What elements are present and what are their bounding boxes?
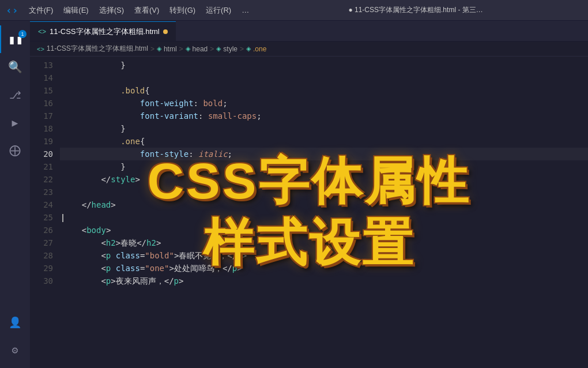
activity-bar: ▮▮ 1 🔍 ⎇ ▶ ⨁ 👤 ⚙	[0, 21, 30, 368]
breadcrumb-sep-3: >	[210, 45, 214, 53]
code-line-21: }	[60, 160, 588, 173]
breadcrumb-head-label: head	[193, 45, 208, 53]
breadcrumb-sep-1: >	[150, 45, 154, 53]
line-numbers: 13 14 15 16 17 18 19 20 21 22 23 24 25 2…	[30, 57, 60, 368]
breadcrumb-html-label: html	[164, 45, 177, 53]
run-icon: ▶	[12, 117, 18, 129]
titlebar-title: ● 11-CSS字体属性之字体粗细.html - 第三…	[249, 5, 582, 15]
menu-select[interactable]: 选择(S)	[99, 5, 124, 16]
code-line-24: </head>	[60, 198, 588, 211]
code-line-27: <h2>春晓</h2>	[60, 236, 588, 249]
breadcrumb-file[interactable]: <> 11-CSS字体属性之字体粗细.html	[37, 44, 148, 54]
tab-bar: <> 11-CSS字体属性之字体粗细.html	[30, 21, 588, 42]
activity-extensions[interactable]: ⨁	[0, 136, 30, 164]
settings-icon: ⚙	[12, 344, 18, 356]
code-editor[interactable]: 13 14 15 16 17 18 19 20 21 22 23 24 25 2…	[30, 57, 588, 368]
menu-run[interactable]: 运行(R)	[206, 5, 231, 16]
menu-more[interactable]: …	[242, 6, 249, 14]
code-line-15: .bold{	[60, 84, 588, 97]
breadcrumb-style[interactable]: ◈ style	[216, 45, 238, 53]
tab-filename: 11-CSS字体属性之字体粗细.html	[50, 27, 160, 37]
breadcrumb-sep-2: >	[179, 45, 183, 53]
code-line-25	[60, 211, 588, 224]
breadcrumb-one[interactable]: ◈ .one	[246, 45, 266, 53]
vscode-icon: ‹›	[6, 4, 18, 16]
breadcrumb-head-icon: ◈	[186, 45, 190, 52]
menu-file[interactable]: 文件(F)	[29, 5, 54, 16]
code-line-26: <body>	[60, 224, 588, 236]
code-line-22: </style>	[60, 173, 588, 186]
breadcrumb-style-icon: ◈	[216, 45, 221, 52]
activity-explorer[interactable]: ▮▮ 1	[0, 25, 30, 53]
code-line-28: <p class="bold">春眠不觉晓，</p>	[60, 249, 588, 262]
menu-goto[interactable]: 转到(G)	[169, 5, 195, 16]
breadcrumb-head[interactable]: ◈ head	[186, 45, 208, 53]
code-line-18: }	[60, 122, 588, 135]
code-line-13: }	[60, 59, 588, 72]
breadcrumb: <> 11-CSS字体属性之字体粗细.html > ◈ html > ◈ hea…	[30, 42, 588, 57]
tab-file-icon: <>	[38, 28, 46, 36]
breadcrumb-sep-4: >	[240, 45, 244, 53]
breadcrumb-style-label: style	[223, 45, 238, 53]
titlebar: ‹› 文件(F) 编辑(E) 选择(S) 查看(V) 转到(G) 运行(R) ……	[0, 0, 588, 21]
titlebar-left: ‹› 文件(F) 编辑(E) 选择(S) 查看(V) 转到(G) 运行(R) …	[6, 4, 249, 16]
tab-modified-indicator	[163, 29, 168, 34]
code-line-20: font-style: italic;	[60, 148, 588, 160]
breadcrumb-html[interactable]: ◈ html	[157, 45, 177, 53]
code-content[interactable]: } .bold{ font-weight: bold; font-variant…	[60, 57, 588, 368]
code-line-23	[60, 186, 588, 198]
code-line-29: <p class="one">处处闻啼鸟，</p>	[60, 262, 588, 275]
menu-edit[interactable]: 编辑(E)	[63, 5, 88, 16]
breadcrumb-one-label: .one	[253, 45, 266, 53]
extensions-icon: ⨁	[9, 143, 21, 157]
active-tab[interactable]: <> 11-CSS字体属性之字体粗细.html	[30, 21, 176, 41]
breadcrumb-file-icon: <>	[37, 46, 44, 52]
search-icon: 🔍	[8, 60, 22, 74]
account-icon: 👤	[9, 316, 21, 328]
activity-settings[interactable]: ⚙	[0, 336, 30, 363]
activity-source-control[interactable]: ⎇	[0, 81, 30, 108]
activity-run[interactable]: ▶	[0, 108, 30, 136]
breadcrumb-html-icon: ◈	[157, 45, 161, 52]
breadcrumb-filename: 11-CSS字体属性之字体粗细.html	[47, 44, 148, 54]
menu-view[interactable]: 查看(V)	[134, 5, 159, 16]
code-line-17: font-variant: small-caps;	[60, 110, 588, 122]
code-line-19: .one{	[60, 135, 588, 148]
source-control-icon: ⎇	[9, 89, 21, 101]
editor-container: <> 11-CSS字体属性之字体粗细.html <> 11-CSS字体属性之字体…	[30, 21, 588, 368]
code-line-14	[60, 72, 588, 84]
activity-bottom: 👤 ⚙	[0, 308, 30, 368]
activity-search[interactable]: 🔍	[0, 53, 30, 81]
activity-account[interactable]: 👤	[0, 308, 30, 336]
explorer-badge: 1	[18, 30, 27, 38]
breadcrumb-one-icon: ◈	[246, 45, 251, 52]
code-line-30: <p>夜来风雨声，</p>	[60, 275, 588, 287]
code-line-16: font-weight: bold;	[60, 97, 588, 110]
